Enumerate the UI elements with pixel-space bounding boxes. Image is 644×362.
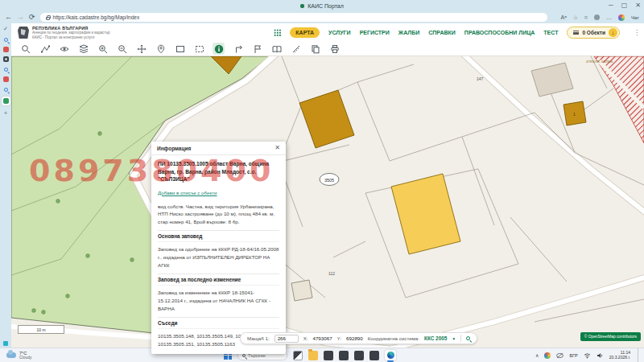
copilot-icon[interactable] — [618, 14, 625, 21]
zoom-out-icon[interactable] — [116, 43, 128, 55]
pinned-app-icon[interactable] — [339, 351, 349, 360]
svg-text:3505: 3505 — [324, 178, 334, 183]
cyan-indicator-icon — [3, 341, 8, 346]
osm-attribution[interactable]: © OpenStreetMap contributors — [580, 332, 641, 341]
section-text-last-change: Заповед за изменение на КККР 18-15041-15… — [158, 289, 279, 312]
weather-condition: Cloudy — [19, 356, 32, 360]
volume-icon[interactable] — [597, 352, 604, 359]
extensions-icon[interactable]: ⌗ — [584, 14, 588, 21]
layers-icon[interactable] — [77, 43, 89, 55]
pan-icon[interactable] — [135, 43, 147, 55]
red-extension-icon[interactable] — [3, 47, 9, 52]
hidden-icons-chevron-icon[interactable]: ∧ — [535, 352, 539, 358]
nav-spravki[interactable]: СПРАВКИ — [428, 30, 456, 35]
taskbar-weather[interactable]: 7°C Cloudy — [0, 351, 32, 360]
nav-zhalbi[interactable]: ЖАЛБИ — [398, 30, 419, 35]
profile-avatar[interactable] — [594, 14, 600, 20]
parcel-label: 1 — [573, 112, 576, 117]
taskbar-clock[interactable]: 11:14 20.3.2026 г. — [609, 351, 630, 360]
check-icon[interactable]: ✓ — [2, 26, 9, 32]
download-icon[interactable]: ↓ — [609, 28, 617, 37]
flag-icon[interactable] — [251, 43, 263, 55]
nav-uslugi[interactable]: УСЛУГИ — [328, 30, 351, 35]
windows-taskbar: 7°C Cloudy ∧ БГР 11:14 — [0, 348, 644, 362]
browser-tab[interactable]: КАИС Портал — [300, 3, 344, 9]
popup-close-icon[interactable]: ✕ — [275, 145, 280, 151]
info-popup-body: ПИ 10135.3505.1005 област Варна, община … — [151, 155, 286, 354]
map-canvas[interactable]: 147 1 112 3505 4793078, 692946 10 m © Op… — [11, 56, 644, 348]
pinned-app-icon[interactable] — [324, 351, 333, 360]
section-heading-last-change: Заповед за последно изменение — [158, 274, 279, 286]
close-icon[interactable]: ✕ — [635, 2, 641, 9]
scale-input[interactable] — [275, 335, 299, 343]
reload-icon[interactable]: ⟳ — [29, 14, 35, 21]
url-field[interactable]: https://kais.cadastre.bg/bg/Map/index — [40, 13, 547, 22]
show-desktop-button[interactable] — [638, 348, 639, 362]
add-icon[interactable]: + — [2, 109, 9, 116]
zoom-in-icon[interactable] — [97, 43, 109, 55]
nav-test[interactable]: ТЕСТ — [543, 30, 558, 35]
visibility-eye-icon[interactable] — [58, 43, 70, 55]
region-circle-label: 3505 — [320, 174, 339, 186]
x-label: X: — [303, 335, 308, 341]
parcel-label: 147 — [477, 76, 484, 81]
objects-counter-button[interactable]: 0 Обекти ↓ — [567, 27, 620, 39]
back-icon[interactable]: ← — [5, 14, 12, 21]
legend-book-icon[interactable] — [270, 43, 283, 55]
info-icon[interactable] — [213, 43, 225, 55]
measure-icon[interactable] — [290, 43, 302, 55]
green-extension-icon — [3, 98, 9, 104]
select-rectangle-icon[interactable] — [174, 43, 186, 55]
nav-registri[interactable]: РЕГИСТРИ — [360, 30, 390, 35]
y-value: 692890 — [346, 335, 363, 341]
forward-icon[interactable]: → — [17, 14, 24, 21]
pinned-app-icon[interactable] — [354, 351, 364, 360]
apps-grid-icon[interactable] — [274, 29, 281, 36]
nav-karta[interactable]: КАРТА — [290, 27, 320, 38]
section-heading-neighbours: Съседи — [158, 317, 279, 329]
onedrive-paused-icon[interactable] — [556, 352, 564, 359]
task-view-icon[interactable] — [293, 351, 303, 360]
search-icon[interactable] — [19, 43, 31, 55]
copy-view-icon[interactable] — [309, 43, 321, 55]
map-status-bar: Мащаб 1: X: 4793067 Y: 692890 Координатн… — [240, 332, 477, 344]
search-shortcut-icon[interactable] — [2, 36, 9, 43]
read-aloud-icon[interactable]: Aᵃ — [561, 14, 567, 20]
chevron-down-icon[interactable]: ▼ — [452, 336, 456, 341]
tab-title: КАИС Портал — [308, 3, 344, 9]
site-header: РЕПУБЛИКА БЪЛГАРИЯ Агенция по геодезия, … — [11, 23, 644, 42]
nav-pravosposobni-litsa[interactable]: ПРАВОСПОСОБНИ ЛИЦА — [464, 30, 535, 35]
active-extension[interactable] — [2, 97, 10, 105]
add-to-objects-link[interactable]: Добави в списък с обекти — [158, 190, 217, 195]
language-indicator[interactable]: БГР — [569, 353, 577, 358]
wifi-icon[interactable] — [584, 352, 591, 359]
objects-count: 0 Обекти — [582, 30, 605, 35]
cloud-icon — [6, 352, 16, 358]
print-icon[interactable] — [328, 43, 341, 55]
location-pin-icon[interactable] — [155, 43, 167, 55]
previous-view-icon[interactable] — [232, 43, 244, 55]
search-shortcut-icon[interactable] — [2, 66, 9, 72]
vertex-snap-icon[interactable] — [39, 43, 51, 55]
maximize-icon[interactable]: ▢ — [621, 2, 628, 9]
search-shortcut-icon[interactable] — [2, 86, 9, 93]
copilot-tray-icon[interactable] — [544, 352, 551, 359]
coordinate-search-icon[interactable] — [466, 336, 470, 340]
list-icon — [573, 31, 579, 35]
minimize-icon[interactable]: ─ — [609, 2, 613, 9]
favorite-star-icon[interactable]: ☆ — [573, 14, 578, 21]
more-menu-icon[interactable]: ⋮ — [634, 29, 640, 36]
pinned-app-icon[interactable] — [369, 351, 379, 360]
red-extension-icon[interactable] — [3, 76, 9, 82]
parcel-details: вид собств. Частна, вид територия Урбани… — [158, 203, 279, 226]
crs-select[interactable]: ККС 2005 — [424, 335, 447, 341]
edge-browser-icon[interactable] — [385, 350, 396, 360]
settings-menu-icon[interactable]: … — [606, 14, 612, 20]
copilot-chat-label[interactable]: Чат — [631, 15, 639, 20]
divider — [460, 335, 461, 342]
date: 20.3.2026 г. — [609, 356, 630, 360]
zoom-extent-icon[interactable] — [193, 43, 205, 55]
file-explorer-icon[interactable] — [308, 351, 318, 360]
camera-extension-icon[interactable] — [3, 56, 9, 62]
agency-logo[interactable]: РЕПУБЛИКА БЪЛГАРИЯ Агенция по геодезия, … — [18, 26, 110, 39]
